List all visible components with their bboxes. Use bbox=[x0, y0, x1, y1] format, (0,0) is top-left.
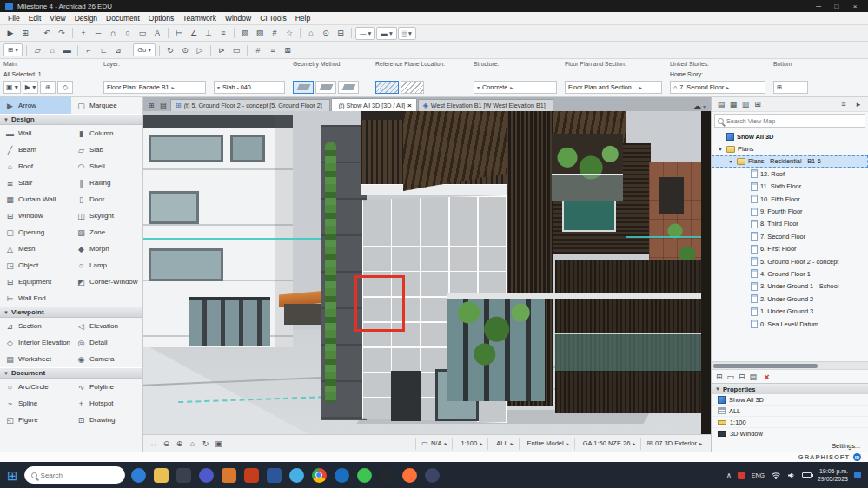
note-icon[interactable]: ▭ bbox=[229, 43, 243, 56]
tray-app-icon[interactable] bbox=[738, 472, 745, 479]
toolbox-tool[interactable]: ~ Spline bbox=[0, 395, 71, 412]
toolbox-section-viewpoint[interactable]: ▼ Viewpoint bbox=[0, 307, 142, 318]
angle-icon[interactable]: ∠ bbox=[187, 27, 201, 40]
scrollbar-thumb[interactable] bbox=[713, 364, 818, 368]
structure-dropdown[interactable]: ▾ Concrete ▸ bbox=[474, 81, 557, 94]
rect-icon[interactable]: ▭ bbox=[136, 27, 149, 40]
pan-icon[interactable]: ↔ bbox=[147, 438, 160, 450]
menu-item[interactable]: Window bbox=[221, 14, 255, 23]
maximize-button[interactable]: □ bbox=[829, 1, 845, 11]
notification-center-icon[interactable] bbox=[854, 472, 861, 478]
grid-snap-icon[interactable]: # bbox=[268, 27, 282, 40]
level-icon[interactable]: ⊥ bbox=[202, 27, 215, 40]
orbit-icon[interactable]: ⊙ bbox=[178, 43, 192, 56]
orbit-icon[interactable]: ↻ bbox=[199, 438, 212, 450]
taskbar-search-input[interactable] bbox=[41, 472, 102, 479]
view-map-item[interactable]: Show All 3D bbox=[712, 130, 868, 142]
taskbar-chrome-icon[interactable] bbox=[312, 468, 327, 483]
taskbar-whatsapp-icon[interactable] bbox=[357, 468, 372, 483]
clock[interactable]: 19:05 p.m. 29/05/2023 bbox=[818, 467, 848, 483]
toolbox-tool[interactable]: ◁ Elevation bbox=[71, 318, 142, 334]
view-map-item[interactable]: 10. Fifth Floor bbox=[712, 193, 868, 205]
panel-expand-icon[interactable]: ▸ bbox=[852, 99, 865, 110]
toolbox-tool[interactable]: ▮ Column bbox=[71, 125, 142, 142]
toolbox-tool[interactable]: ◫ Skylight bbox=[71, 208, 142, 224]
toolbox-section-document[interactable]: ▼ Document bbox=[0, 367, 142, 379]
quick-option-dropdown[interactable]: GA 1:50 NZE 26 ▸ bbox=[574, 438, 641, 450]
line-icon[interactable]: ─ bbox=[91, 27, 105, 40]
roof-edit-icon[interactable]: ⌂ bbox=[45, 43, 59, 56]
arc-icon[interactable]: ∩ bbox=[106, 27, 120, 40]
angle-icon[interactable]: ∟ bbox=[96, 43, 110, 56]
view-map-item[interactable]: 9. Fourth Floor bbox=[712, 205, 868, 217]
toolbox-tool[interactable]: ◩ Corner-Window bbox=[71, 274, 142, 290]
fit-view-icon[interactable]: ⌂ bbox=[186, 438, 199, 450]
delete-icon[interactable]: × bbox=[764, 372, 769, 382]
property-row[interactable]: ALL bbox=[712, 406, 868, 417]
sep[interactable] bbox=[168, 28, 169, 38]
toolbox-tool[interactable]: ◳ Object bbox=[0, 257, 71, 274]
menu-item[interactable]: CI Tools bbox=[255, 14, 291, 23]
toolbox-tool[interactable]: ◠ Shell bbox=[71, 158, 142, 175]
layout-book-icon[interactable]: ▥ bbox=[739, 99, 752, 110]
settings-button[interactable]: Settings... bbox=[712, 439, 868, 452]
camera-path-icon[interactable]: ⊙ bbox=[319, 27, 333, 40]
quick-option-dropdown[interactable]: Entire Model ▸ bbox=[519, 438, 574, 450]
quick-option-dropdown[interactable]: ALL ▸ bbox=[487, 438, 518, 450]
minimize-button[interactable]: ─ bbox=[811, 1, 826, 11]
zone-fill-icon[interactable]: ▧ bbox=[238, 27, 252, 40]
slab-edit-icon[interactable]: ▱ bbox=[30, 43, 44, 56]
property-row[interactable]: 3D Window bbox=[712, 428, 868, 439]
teamwork-cloud-button[interactable]: ☁ ▾ bbox=[690, 102, 709, 111]
taskbar-discord-icon[interactable] bbox=[425, 468, 440, 483]
layer-dropdown[interactable]: Floor Plan: Facade.B1▸ bbox=[103, 81, 206, 94]
arrow-mode-icon[interactable]: ▶ ▾ bbox=[23, 81, 38, 94]
toolbox-tool[interactable]: ⊿ Section bbox=[0, 318, 71, 334]
property-row[interactable]: Show All 3D bbox=[712, 394, 868, 406]
favorites-icon[interactable]: ☆ bbox=[282, 27, 296, 40]
hash-icon[interactable]: # bbox=[251, 43, 265, 56]
tree-expand-icon[interactable]: ▾ bbox=[717, 146, 724, 152]
edit-view-icon[interactable]: ▭ bbox=[727, 373, 735, 381]
toolbox-tool[interactable]: ▬ Wall bbox=[0, 125, 71, 142]
toolbox-section-design[interactable]: ▼ Design bbox=[0, 114, 142, 125]
menu-item[interactable]: Document bbox=[102, 14, 144, 23]
view-map-item[interactable]: 0. Sea Level/ Datum bbox=[712, 318, 868, 330]
menu-item[interactable]: Design bbox=[70, 14, 102, 23]
toolbox-tool[interactable]: ⊡ Drawing bbox=[71, 412, 142, 428]
floor-plan-section-dropdown[interactable]: Floor Plan and Section... ▸ bbox=[565, 81, 662, 94]
linetype-dropdown[interactable]: — ▾ bbox=[355, 27, 375, 40]
toolbox-tool[interactable]: ◆ Morph bbox=[71, 241, 142, 257]
view-map-item[interactable]: 8. Third Floor bbox=[712, 218, 868, 230]
element-id-dropdown[interactable]: ▾ Slab - 040 bbox=[214, 81, 285, 94]
zoom-in-icon[interactable]: ⊕ bbox=[173, 438, 186, 450]
wifi-icon[interactable] bbox=[771, 472, 781, 479]
tray-chevron-icon[interactable]: ∧ bbox=[726, 472, 732, 479]
default-settings-icon[interactable]: ▣ ▾ bbox=[3, 81, 21, 94]
toolbox-tool[interactable]: ▦ Curtain Wall bbox=[0, 191, 71, 208]
toolbox-tool[interactable]: ▶ Arrow bbox=[0, 97, 71, 114]
sep[interactable] bbox=[36, 28, 36, 38]
save-view-icon[interactable]: ▤ bbox=[750, 373, 758, 381]
toolbox-tool[interactable]: ○ Lamp bbox=[71, 257, 142, 274]
view-tab[interactable]: ⊞ (t) 5. Ground Floor 2 - concept [5. Gr… bbox=[170, 99, 330, 111]
taskbar-search[interactable] bbox=[24, 466, 125, 484]
toolbox-tool[interactable]: ⊞ Window bbox=[0, 208, 71, 224]
walk-mode-icon[interactable]: ▣ bbox=[212, 438, 225, 450]
view-map-item[interactable]: ▾ Plans bbox=[712, 142, 868, 155]
sep[interactable] bbox=[300, 28, 301, 38]
menu-item[interactable]: Help bbox=[291, 14, 315, 23]
sep[interactable] bbox=[129, 45, 129, 56]
sep[interactable] bbox=[247, 45, 248, 56]
taskbar-file-explorer-icon[interactable] bbox=[154, 468, 169, 483]
triangle-icon[interactable]: ⊿ bbox=[111, 43, 125, 56]
sep[interactable] bbox=[26, 45, 27, 56]
windows-start-button[interactable]: ⊞ bbox=[7, 469, 18, 482]
layer-combine-icon[interactable]: ⊟ bbox=[334, 27, 348, 40]
toolbox-tool[interactable]: ⌂ Roof bbox=[0, 158, 71, 175]
pen-dropdown[interactable]: ▬ ▾ bbox=[376, 27, 396, 40]
rotate-view-icon[interactable]: ↻ bbox=[163, 43, 177, 56]
sep[interactable] bbox=[234, 28, 235, 38]
undo-icon[interactable]: ↶ bbox=[40, 27, 54, 40]
taskbar-edge-beta-icon[interactable] bbox=[335, 468, 349, 483]
